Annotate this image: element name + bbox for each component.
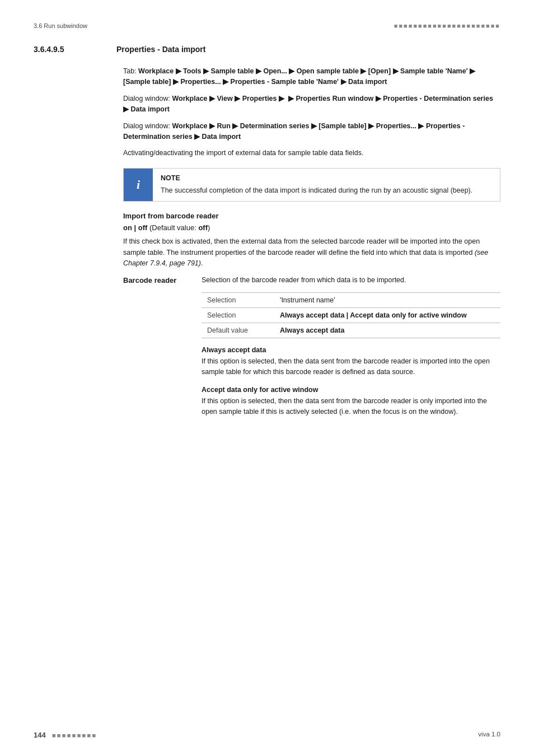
barcode-reader-label: Barcode reader: [123, 275, 202, 423]
note-title: NOTE: [161, 174, 492, 182]
barcode-reader-section: Barcode reader Selection of the barcode …: [123, 275, 500, 423]
footer-right: viva 1.0: [478, 731, 500, 739]
info-icon: i: [137, 178, 140, 192]
table-row: Default value Always accept data: [202, 323, 500, 338]
section-heading-row: 3.6.4.9.5 Properties - Data import: [34, 45, 500, 59]
tab-path-2: Dialog window: Workplace ▶ View ▶ Proper…: [123, 94, 500, 115]
table-cell-label: Default value: [202, 323, 274, 338]
table-cell-label: Selection: [202, 292, 274, 307]
table-cell-label: Selection: [202, 307, 274, 323]
always-accept-text: If this option is selected, then the dat…: [202, 356, 500, 378]
page: 3.6 Run subwindow ■■■■■■■■■■■■■■■■■■■■■■…: [0, 0, 534, 756]
footer-left: 144 ■■■■■■■■■: [34, 731, 97, 739]
on-off-default-label: (Default value:: [149, 223, 198, 232]
tab-path-3: Dialog window: Workplace ▶ Run ▶ Determi…: [123, 121, 500, 143]
header-left: 3.6 Run subwindow: [34, 22, 87, 29]
section-number: 3.6.4.9.5: [34, 45, 101, 54]
barcode-reader-content: Selection of the barcode reader from whi…: [202, 275, 500, 423]
accept-active-text: If this option is selected, then the dat…: [202, 396, 500, 418]
intro-text: Activating/deactivating the import of ex…: [123, 148, 500, 158]
note-content: NOTE The successful completion of the da…: [153, 169, 500, 202]
page-footer: 144 ■■■■■■■■■ viva 1.0: [0, 731, 534, 739]
tab-path-1: Tab: Workplace ▶ Tools ▶ Sample table ▶ …: [123, 66, 500, 88]
header-right: ■■■■■■■■■■■■■■■■■■■■■■: [394, 22, 500, 29]
section-title: Properties - Data import: [116, 45, 205, 54]
accept-active-heading: Accept data only for active window: [202, 386, 500, 394]
page-number: 144: [34, 731, 46, 739]
always-accept-heading: Always accept data: [202, 346, 500, 354]
version-label: viva 1.0: [478, 731, 500, 738]
table-cell-value: Always accept data: [274, 323, 500, 338]
table-row: Selection Always accept data | Accept da…: [202, 307, 500, 323]
page-header: 3.6 Run subwindow ■■■■■■■■■■■■■■■■■■■■■■: [34, 22, 500, 29]
chapter-ref: (see Chapter 7.9.4, page 791): [123, 249, 488, 267]
on-off-bold: on | off: [123, 223, 147, 232]
import-barcode-heading: Import from barcode reader: [123, 212, 500, 220]
import-barcode-body: If this check box is activated, then the…: [123, 236, 500, 269]
note-text: The successful completion of the data im…: [161, 185, 492, 196]
footer-dots: ■■■■■■■■■: [52, 732, 97, 739]
note-icon-area: i: [124, 169, 153, 202]
table-cell-value: Always accept data | Accept data only fo…: [274, 307, 500, 323]
table-cell-value: 'Instrument name': [274, 292, 500, 307]
barcode-reader-description: Selection of the barcode reader from whi…: [202, 275, 500, 286]
on-off-close: ): [208, 223, 210, 232]
table-row: Selection 'Instrument name': [202, 292, 500, 307]
on-off-line: on | off (Default value: off): [123, 223, 500, 232]
note-box: i NOTE The successful completion of the …: [123, 168, 500, 202]
on-off-default-value: off: [198, 223, 208, 232]
content-block: Tab: Workplace ▶ Tools ▶ Sample table ▶ …: [123, 66, 500, 423]
selection-table: Selection 'Instrument name' Selection Al…: [202, 292, 500, 338]
